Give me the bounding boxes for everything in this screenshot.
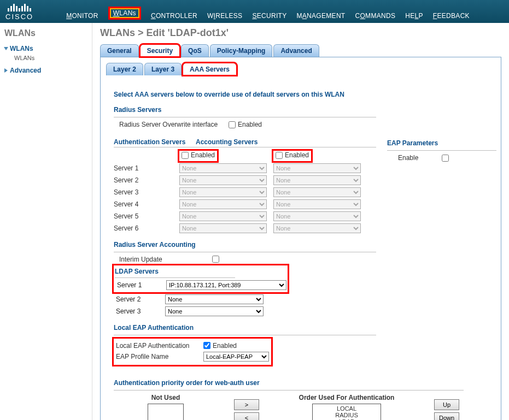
auth-server-3-select[interactable]: None — [179, 187, 267, 197]
tab-policy-mapping[interactable]: Policy-Mapping — [210, 44, 273, 57]
tab-panel-secondary: Select AAA servers below to override use… — [100, 80, 501, 420]
acct-server-5-select[interactable]: None — [273, 211, 361, 221]
nav-commands[interactable]: COMMANDS — [355, 12, 395, 20]
sidebar: WLANs WLANs WLANs Advanced — [0, 23, 92, 420]
local-eap-enabled-label: Enabled — [213, 342, 237, 350]
ldap-server-3-select[interactable]: None — [165, 306, 264, 316]
radius-overwrite-label: Radius Server Overwrite interface — [119, 121, 229, 128]
cisco-logo-text: CISCO — [5, 13, 33, 21]
sidebar-item-advanced[interactable]: Advanced — [4, 67, 92, 74]
tab-panel-primary: Layer 2 Layer 3 AAA Servers — [100, 57, 501, 80]
divider — [114, 390, 464, 391]
tab-qos[interactable]: QoS — [181, 44, 209, 57]
sidebar-title: WLANs — [4, 28, 92, 38]
acct-server-4-select[interactable]: None — [273, 199, 361, 209]
server-row-label: Server 5 — [114, 212, 179, 220]
auth-server-1-select[interactable]: None — [179, 163, 267, 173]
not-used-listbox[interactable] — [148, 404, 184, 421]
eap-profile-label: EAP Profile Name — [116, 353, 203, 360]
acct-server-3-select[interactable]: None — [273, 187, 361, 197]
order-used-listbox[interactable]: LOCAL RADIUS LDAP — [312, 404, 381, 421]
divider — [114, 147, 376, 147]
auth-server-6-select[interactable]: None — [179, 223, 267, 233]
section-auth-servers: Authentication Servers — [114, 138, 196, 146]
ldap-server-1-label: Server 1 — [115, 281, 166, 289]
tabs-secondary: Layer 2 Layer 3 AAA Servers — [106, 63, 496, 75]
acct-enabled-checkbox[interactable] — [276, 152, 283, 159]
sidebar-item-label: WLANs — [10, 45, 33, 52]
ldap-highlight-box: LDAP Servers Server 1 IP:10.88.173.121, … — [114, 265, 288, 292]
sidebar-item-wlans-sub[interactable]: WLANs — [14, 55, 92, 61]
divider — [115, 277, 235, 278]
list-item[interactable]: RADIUS — [314, 412, 379, 418]
tab-advanced[interactable]: Advanced — [273, 44, 319, 57]
divider — [114, 117, 376, 117]
server-row-label: Server 4 — [114, 200, 179, 208]
nav-wlans[interactable]: WLANs — [108, 7, 141, 20]
interim-update-label: Interim Update — [119, 256, 212, 263]
section-acct-servers: Accounting Servers — [196, 138, 258, 146]
chevron-down-icon — [4, 47, 8, 50]
auth-priority-area: Not Used > < Order Used For Authenticati… — [114, 394, 499, 421]
sidebar-item-label: Advanced — [10, 67, 41, 74]
top-banner: CISCO MONITOR WLANs CONTROLLER WIRELESS … — [0, 0, 509, 23]
section-radius-accounting: Radius Server Accounting — [114, 241, 499, 249]
ldap-server-1-select[interactable]: IP:10.88.173.121, Port:389 — [166, 280, 286, 290]
acct-server-6-select[interactable]: None — [273, 223, 361, 233]
acct-server-2-select[interactable]: None — [273, 175, 361, 185]
ldap-server-3-label: Server 3 — [114, 307, 165, 315]
server-row-label: Server 1 — [114, 164, 179, 172]
acct-server-1-select[interactable]: None — [273, 163, 361, 173]
content-area: WLANs > Edit 'LDAP-dot1x' General Securi… — [92, 23, 509, 420]
auth-server-2-select[interactable]: None — [179, 175, 267, 185]
auth-enabled-label: Enabled — [191, 151, 215, 159]
nav-management[interactable]: MANAGEMENT — [296, 12, 345, 20]
tabs-primary: General Security QoS Policy-Mapping Adva… — [100, 44, 501, 57]
acct-enabled-label: Enabled — [285, 151, 309, 159]
divider — [114, 252, 376, 252]
nav-controller[interactable]: CONTROLLER — [151, 12, 197, 20]
interim-update-checkbox[interactable] — [212, 256, 219, 263]
sidebar-item-wlans[interactable]: WLANs — [4, 45, 92, 52]
eap-enable-label: Enable — [387, 154, 442, 162]
tab-general[interactable]: General — [100, 44, 139, 57]
tab-security[interactable]: Security — [140, 44, 180, 57]
radius-overwrite-checkbox[interactable] — [229, 121, 236, 128]
local-eap-auth-checkbox[interactable] — [203, 342, 210, 349]
radius-overwrite-enabled-label: Enabled — [238, 121, 262, 128]
nav-security[interactable]: SECURITY — [252, 12, 286, 20]
list-item[interactable]: LOCAL — [314, 405, 379, 412]
divider — [114, 335, 376, 335]
not-used-label: Not Used — [114, 394, 218, 401]
auth-enabled-checkbox[interactable] — [182, 152, 189, 159]
ldap-server-2-select[interactable]: None — [165, 294, 264, 304]
server-row-label: Server 6 — [114, 224, 179, 232]
list-item[interactable]: LDAP — [314, 418, 379, 421]
eap-profile-select[interactable]: Local-EAP-PEAP — [203, 352, 269, 362]
move-left-button[interactable]: < — [234, 412, 259, 421]
local-eap-highlight-box: Local EAP Authentication Enabled EAP Pro… — [114, 339, 271, 365]
auth-server-4-select[interactable]: None — [179, 199, 267, 209]
ldap-server-2-label: Server 2 — [114, 295, 165, 303]
nav-monitor[interactable]: MONITOR — [66, 12, 98, 20]
breadcrumb: WLANs > Edit 'LDAP-dot1x' — [100, 27, 501, 39]
nav-help[interactable]: HELP — [405, 12, 423, 20]
eap-enable-checkbox[interactable] — [442, 155, 449, 162]
move-down-button[interactable]: Down — [434, 412, 459, 421]
move-up-button[interactable]: Up — [434, 399, 459, 410]
section-select-aaa: Select AAA servers below to override use… — [114, 91, 499, 98]
tab-layer2[interactable]: Layer 2 — [106, 63, 143, 75]
server-row-label: Server 2 — [114, 176, 179, 184]
section-local-eap: Local EAP Authentication — [114, 324, 499, 332]
section-ldap-servers: LDAP Servers — [115, 268, 286, 275]
order-used-label: Order Used For Authentication — [276, 394, 418, 401]
move-right-button[interactable]: > — [234, 399, 259, 410]
nav-feedback[interactable]: FEEDBACK — [433, 12, 470, 20]
tab-aaa-servers[interactable]: AAA Servers — [183, 63, 237, 75]
section-eap-params: EAP Parameters — [387, 139, 496, 147]
tab-layer3[interactable]: Layer 3 — [144, 63, 182, 75]
section-radius-servers: Radius Servers — [114, 106, 499, 114]
nav-wireless[interactable]: WIRELESS — [207, 12, 242, 20]
cisco-logo: CISCO — [5, 3, 33, 23]
auth-server-5-select[interactable]: None — [179, 211, 267, 221]
